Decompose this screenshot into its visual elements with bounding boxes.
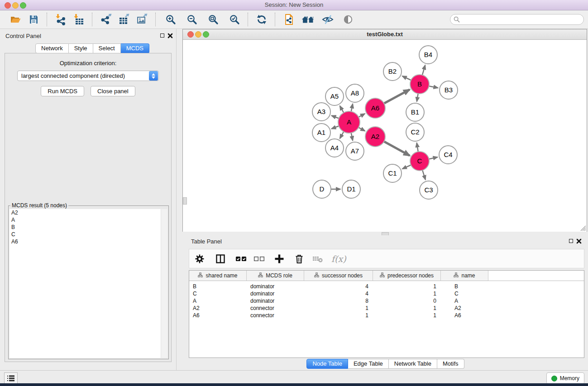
tab-edge-table[interactable]: Edge Table xyxy=(348,359,389,369)
zoom-window-button[interactable] xyxy=(20,2,26,9)
select-all-checkboxes-icon[interactable] xyxy=(235,253,247,265)
mcds-result-list[interactable]: A2ABCA6 xyxy=(10,209,161,358)
zoom-in-icon[interactable] xyxy=(164,13,177,26)
network-window-titlebar[interactable]: testGlobe.txt xyxy=(183,29,587,40)
criterion-value: largest connected component (directed) xyxy=(18,72,149,79)
search-box[interactable] xyxy=(450,14,584,25)
home-views-icon[interactable] xyxy=(301,13,315,26)
export-network-icon[interactable] xyxy=(99,13,113,26)
hide-details-eye-slash-icon[interactable] xyxy=(321,13,335,26)
table-row[interactable]: A2connector11A2 xyxy=(189,305,584,312)
table-cell: 0 xyxy=(373,297,441,305)
table-row[interactable]: Bdominator41B xyxy=(189,283,584,290)
mcds-result-item[interactable]: A2 xyxy=(10,209,161,216)
column-type-icon xyxy=(314,272,319,279)
zoom-out-icon[interactable] xyxy=(185,13,199,26)
table-cell: 1 xyxy=(304,312,373,319)
deselect-all-checkboxes-icon[interactable] xyxy=(253,253,265,265)
table-panel-tabs: Node TableEdge TableNetwork TableMotifs xyxy=(306,359,464,369)
criterion-dropdown[interactable]: largest connected component (directed) xyxy=(17,71,159,81)
table-panel: Table Panel f(x) shared nameMCDS rolesuc… xyxy=(183,235,588,370)
app-titlebar: Session: New Session xyxy=(0,0,588,10)
network-view-window: testGlobe.txt AA1A2A3A4A5A6A7A8BB1B2B3B4… xyxy=(182,29,587,232)
table-cell: 4 xyxy=(304,283,373,290)
column-label: successor nodes xyxy=(322,272,363,279)
table-settings-gear-icon[interactable] xyxy=(194,253,206,265)
tab-network-table[interactable]: Network Table xyxy=(389,359,437,369)
tab-motifs[interactable]: Motifs xyxy=(437,359,464,369)
table-cell: 1 xyxy=(304,305,373,312)
control-panel: Control Panel NetworkStyleSelectMCDS Opt… xyxy=(0,29,177,370)
tab-select[interactable]: Select xyxy=(93,43,121,53)
toolbar-separator xyxy=(248,13,249,26)
column-header-shared-name[interactable]: shared name xyxy=(189,271,247,281)
mcds-result-item[interactable]: B xyxy=(10,224,161,231)
tab-style[interactable]: Style xyxy=(69,43,93,53)
network-close-button[interactable] xyxy=(187,31,194,38)
dropdown-stepper-icon xyxy=(149,71,158,81)
column-header-name[interactable]: name xyxy=(441,271,488,281)
graph-node-label-C: C xyxy=(417,157,422,165)
open-file-icon[interactable] xyxy=(9,13,22,26)
table-cell: B xyxy=(189,283,247,290)
import-table-icon[interactable] xyxy=(72,13,86,26)
graph-node-label-C2: C2 xyxy=(411,128,419,136)
bird-view-eye-icon[interactable] xyxy=(341,13,355,26)
table-cell: 1 xyxy=(373,290,441,297)
run-mcds-button[interactable]: Run MCDS xyxy=(41,86,84,96)
search-input[interactable] xyxy=(462,15,583,24)
graph-node-label-A1: A1 xyxy=(317,129,325,136)
mcds-result-item[interactable]: A6 xyxy=(10,238,161,245)
table-row[interactable]: A6connector11A6 xyxy=(189,312,584,319)
mcds-result-item[interactable]: C xyxy=(10,231,161,238)
table-row[interactable]: Adominator80A xyxy=(189,297,584,305)
float-panel-icon[interactable] xyxy=(569,239,573,243)
memory-status-icon xyxy=(551,376,557,381)
table-header-row: shared nameMCDS rolesuccessor nodesprede… xyxy=(189,271,584,281)
column-label: name xyxy=(461,272,475,279)
graph-node-label-A7: A7 xyxy=(351,147,359,155)
float-panel-icon[interactable] xyxy=(160,33,164,38)
resize-grip-icon[interactable] xyxy=(580,225,586,231)
table-cell: A6 xyxy=(441,312,488,319)
export-image-icon[interactable] xyxy=(135,13,149,26)
mcds-result-scrollbar[interactable] xyxy=(161,209,167,358)
graph-node-label-C3: C3 xyxy=(424,186,433,194)
main-toolbar xyxy=(0,10,588,29)
memory-button[interactable]: Memory xyxy=(546,372,584,384)
split-handle[interactable] xyxy=(183,197,187,205)
network-canvas[interactable]: AA1A2A3A4A5A6A7A8BB1B2B3B4CC1C2C3C4DD1 xyxy=(183,40,587,232)
graph-node-label-A3: A3 xyxy=(317,108,325,115)
minimize-window-button[interactable] xyxy=(12,2,19,9)
tab-node-table[interactable]: Node Table xyxy=(306,359,348,369)
tab-mcds[interactable]: MCDS xyxy=(121,43,149,53)
export-table-icon[interactable] xyxy=(117,13,131,26)
mcds-result-item[interactable]: A xyxy=(10,216,161,224)
import-network-icon[interactable] xyxy=(54,13,67,26)
table-cell: connector xyxy=(247,305,304,312)
show-columns-icon[interactable] xyxy=(215,253,226,265)
tab-network[interactable]: Network xyxy=(35,43,69,53)
clone-network-icon[interactable] xyxy=(282,13,296,26)
close-panel-icon[interactable] xyxy=(576,238,582,244)
network-window-title: testGlobe.txt xyxy=(183,29,587,39)
column-header-predecessor-nodes[interactable]: predecessor nodes xyxy=(373,271,441,281)
table-panel-title: Table Panel xyxy=(191,238,222,245)
network-zoom-button[interactable] xyxy=(203,31,209,38)
add-row-icon[interactable] xyxy=(273,253,285,265)
table-row[interactable]: Cdominator41C xyxy=(189,290,584,297)
graph-node-label-C4: C4 xyxy=(444,151,452,158)
task-history-button[interactable] xyxy=(4,372,18,384)
column-header-mcds-role[interactable]: MCDS role xyxy=(247,271,304,281)
refresh-layout-icon[interactable] xyxy=(255,13,268,26)
close-panel-icon[interactable] xyxy=(167,33,173,38)
close-panel-button[interactable]: Close panel xyxy=(91,86,135,96)
zoom-fit-icon[interactable] xyxy=(206,13,220,26)
graph-node-label-A2: A2 xyxy=(371,133,379,140)
zoom-selected-icon[interactable] xyxy=(228,13,241,26)
column-header-successor-nodes[interactable]: successor nodes xyxy=(304,271,373,281)
delete-trash-icon[interactable] xyxy=(293,253,305,265)
save-icon[interactable] xyxy=(27,13,40,26)
close-window-button[interactable] xyxy=(5,2,11,9)
network-minimize-button[interactable] xyxy=(195,31,201,38)
